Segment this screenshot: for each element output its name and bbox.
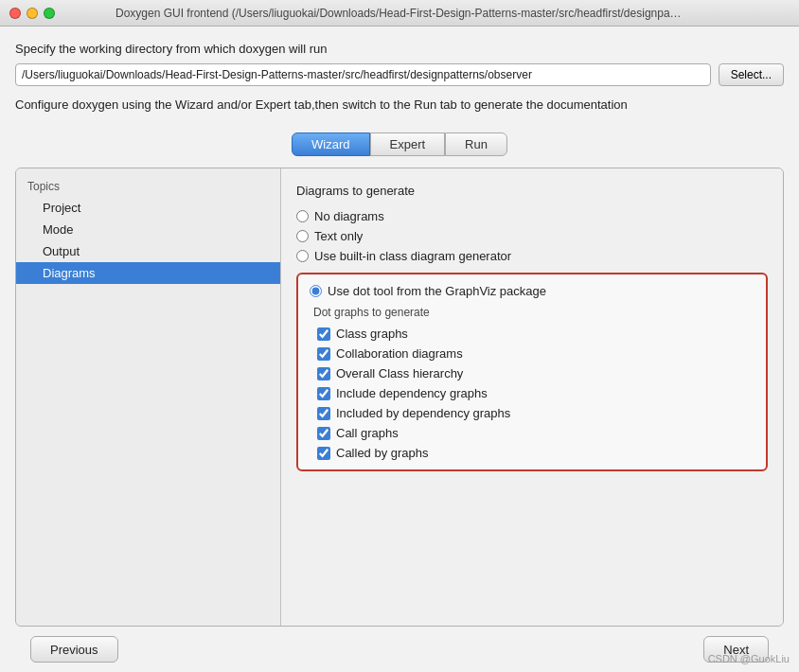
radio-text-only-label: Text only [314, 229, 363, 243]
checkbox-call-graphs-label: Call graphs [336, 426, 399, 440]
checkbox-overall-class-hierarchy-label: Overall Class hierarchy [336, 366, 463, 380]
tab-expert[interactable]: Expert [370, 133, 446, 156]
checkbox-include-dependency-graphs[interactable]: Include dependency graphs [317, 386, 755, 400]
diagrams-label: Diagrams to generate [296, 184, 768, 198]
tab-wizard[interactable]: Wizard [292, 133, 369, 156]
radio-group: No diagrams Text only Use built-in class… [296, 209, 768, 263]
radio-text-only-input[interactable] [296, 230, 309, 242]
checkbox-called-by-graphs-label: Called by graphs [336, 446, 429, 460]
dot-tool-header: Use dot tool from the GraphViz package [310, 284, 755, 298]
checkbox-collaboration-diagrams-input[interactable] [317, 347, 330, 361]
checkbox-included-by-dependency-graphs[interactable]: Included by dependency graphs [317, 406, 755, 420]
sidebar: Topics Project Mode Output Diagrams [16, 168, 281, 626]
checkbox-class-graphs-label: Class graphs [336, 327, 408, 341]
radio-built-in[interactable]: Use built-in class diagram generator [296, 249, 768, 263]
radio-text-only[interactable]: Text only [296, 229, 768, 243]
radio-built-in-label: Use built-in class diagram generator [314, 249, 511, 263]
sidebar-item-diagrams[interactable]: Diagrams [16, 262, 280, 284]
sidebar-section-header: Topics [16, 176, 280, 197]
footer: Previous Next [15, 627, 784, 672]
dot-tool-box: Use dot tool from the GraphViz package D… [296, 273, 768, 471]
checkbox-overall-class-hierarchy[interactable]: Overall Class hierarchy [317, 366, 755, 380]
path-input[interactable] [15, 63, 711, 86]
checkbox-included-by-dependency-graphs-input[interactable] [317, 407, 330, 420]
configure-label: Configure doxygen using the Wizard and/o… [15, 97, 784, 112]
radio-no-diagrams-label: No diagrams [314, 209, 384, 223]
checkbox-called-by-graphs[interactable]: Called by graphs [317, 446, 755, 460]
right-panel: Diagrams to generate No diagrams Text on… [281, 168, 783, 626]
checkbox-overall-class-hierarchy-input[interactable] [317, 367, 330, 380]
titlebar: Doxygen GUI frontend (/Users/liuguokai/D… [0, 0, 799, 27]
checkbox-call-graphs[interactable]: Call graphs [317, 426, 755, 440]
select-button[interactable]: Select... [719, 63, 784, 86]
close-button[interactable] [9, 8, 21, 19]
dot-tool-label: Use dot tool from the GraphViz package [328, 284, 546, 298]
dot-graphs-label: Dot graphs to generate [310, 306, 755, 319]
content-area: Topics Project Mode Output Diagrams Diag… [15, 168, 784, 627]
radio-no-diagrams[interactable]: No diagrams [296, 209, 768, 223]
maximize-button[interactable] [44, 8, 55, 19]
tab-bar: Wizard Expert Run [15, 133, 784, 156]
checkbox-call-graphs-input[interactable] [317, 427, 330, 440]
main-window: Specify the working directory from which… [0, 27, 799, 672]
radio-no-diagrams-input[interactable] [296, 210, 309, 222]
checkbox-called-by-graphs-input[interactable] [317, 447, 330, 460]
checkbox-include-dependency-graphs-input[interactable] [317, 387, 330, 400]
working-dir-label: Specify the working directory from which… [15, 42, 784, 56]
path-row: Select... [15, 63, 784, 86]
window-title: Doxygen GUI frontend (/Users/liuguokai/D… [115, 7, 684, 20]
window-controls [9, 8, 55, 19]
sidebar-item-output[interactable]: Output [16, 240, 280, 262]
previous-button[interactable]: Previous [30, 636, 118, 663]
checkbox-class-graphs[interactable]: Class graphs [317, 327, 755, 341]
checkbox-collaboration-diagrams-label: Collaboration diagrams [336, 346, 463, 361]
top-section: Specify the working directory from which… [15, 42, 784, 123]
sidebar-item-project[interactable]: Project [16, 197, 280, 219]
checkbox-class-graphs-input[interactable] [317, 327, 330, 341]
radio-built-in-input[interactable] [296, 250, 309, 262]
radio-dot-tool-input[interactable] [310, 285, 322, 297]
checkbox-included-by-dependency-graphs-label: Included by dependency graphs [336, 406, 510, 420]
sidebar-item-mode[interactable]: Mode [16, 219, 280, 240]
checkbox-collaboration-diagrams[interactable]: Collaboration diagrams [317, 346, 755, 361]
tab-run[interactable]: Run [445, 133, 507, 156]
watermark: CSDN @GuokLiu [708, 653, 790, 664]
minimize-button[interactable] [27, 8, 38, 19]
checkbox-include-dependency-graphs-label: Include dependency graphs [336, 386, 488, 400]
checkbox-list: Class graphs Collaboration diagrams Over… [310, 327, 755, 460]
